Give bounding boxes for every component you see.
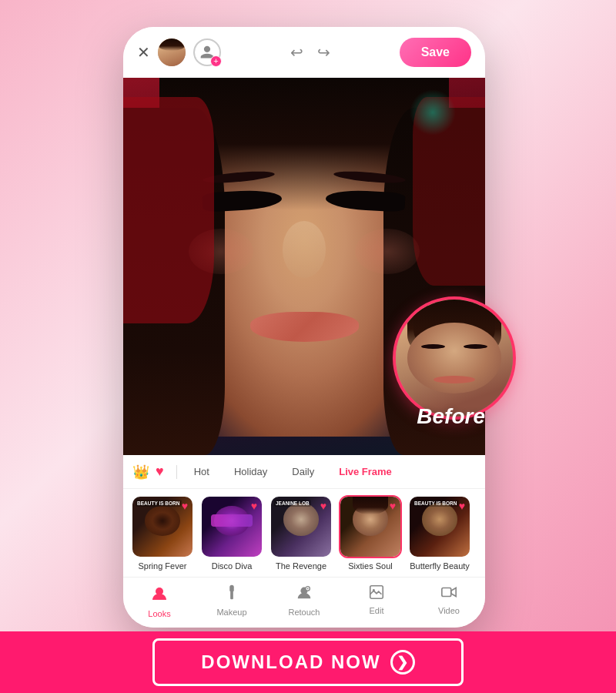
- save-button[interactable]: Save: [400, 38, 471, 67]
- nav-video-label: Video: [438, 606, 460, 615]
- filter-badge-spring: BEAUTY IS BORN: [136, 500, 182, 507]
- redo-button[interactable]: ↪: [317, 43, 330, 62]
- filter-heart-butterfly: ♥: [459, 500, 465, 512]
- close-button[interactable]: ✕: [137, 43, 150, 62]
- filter-heart-spring: ♥: [182, 500, 188, 512]
- filter-badge-butterfly: BEAUTY IS BORN: [413, 500, 459, 507]
- bokeh-teal: [410, 89, 456, 136]
- filter-thumb-sixties: ♥: [339, 495, 402, 558]
- filter-thumb-disco: ♥: [200, 495, 263, 558]
- download-section[interactable]: DOWNLOAD NOW ❯: [0, 631, 616, 693]
- filter-sixties-soul[interactable]: ♥ Sixties Soul: [339, 495, 402, 571]
- crown-tab[interactable]: 👑: [132, 464, 149, 480]
- filter-label-spring: Spring Fever: [131, 561, 194, 571]
- nav-looks-label: Looks: [148, 609, 170, 618]
- tab-divider: [176, 465, 177, 479]
- cheek-right: [355, 229, 420, 274]
- nose: [283, 221, 326, 278]
- filter-spring-fever[interactable]: BEAUTY IS BORN ♥ Spring Fever: [131, 495, 194, 571]
- nav-edit-label: Edit: [370, 606, 384, 615]
- filter-heart-sixties: ♥: [390, 500, 396, 512]
- filter-heart-revenge: ♥: [320, 500, 326, 512]
- tab-holiday[interactable]: Holiday: [223, 461, 278, 482]
- filter-the-revenge[interactable]: jeanine lob ♥ The Revenge: [270, 495, 333, 571]
- svg-rect-1: [229, 585, 234, 592]
- download-arrow-icon: ❯: [390, 650, 415, 675]
- looks-icon: [150, 584, 169, 607]
- nav-video[interactable]: Video: [413, 584, 485, 618]
- tab-daily[interactable]: Daily: [281, 461, 325, 482]
- filter-thumb-butterfly: BEAUTY IS BORN ♥: [408, 495, 471, 558]
- nav-edit[interactable]: Edit: [340, 584, 413, 618]
- nav-looks[interactable]: Looks: [123, 584, 196, 618]
- top-bar: ✕ + ↩ ↪ Save: [123, 27, 485, 78]
- filter-butterfly-beauty[interactable]: BEAUTY IS BORN ♥ Butterfly Beauty: [408, 495, 471, 571]
- filter-label-revenge: The Revenge: [270, 561, 333, 571]
- filter-items-row: BEAUTY IS BORN ♥ Spring Fever: [123, 489, 485, 577]
- top-bar-left: ✕ +: [137, 38, 221, 66]
- tab-hot[interactable]: Hot: [183, 461, 220, 482]
- svg-rect-7: [442, 588, 451, 597]
- filter-disco-diva[interactable]: ♥ Disco Diva: [200, 495, 263, 571]
- svg-point-6: [373, 589, 375, 591]
- filter-label-disco: Disco Diva: [200, 561, 263, 571]
- nav-makeup-label: Makeup: [216, 608, 246, 617]
- nav-makeup[interactable]: Makeup: [196, 584, 268, 618]
- filter-badge-revenge: jeanine lob: [274, 500, 311, 507]
- svg-rect-2: [230, 591, 233, 599]
- filter-thumb-spring: BEAUTY IS BORN ♥: [131, 495, 194, 558]
- filter-label-sixties: Sixties Soul: [339, 561, 402, 571]
- download-button[interactable]: DOWNLOAD NOW ❯: [152, 638, 463, 686]
- toolbar-arrows: ↩ ↪: [290, 43, 330, 62]
- retouch-icon: [296, 584, 313, 605]
- heart-tab[interactable]: ♥: [156, 464, 164, 480]
- before-bubble: [393, 296, 516, 420]
- tab-liveframe[interactable]: Live Frame: [328, 461, 403, 482]
- before-label: Before: [417, 404, 485, 429]
- add-person-button[interactable]: +: [193, 38, 221, 66]
- filter-thumb-revenge: jeanine lob ♥: [270, 495, 333, 558]
- lips: [250, 312, 359, 342]
- before-face: [396, 300, 513, 417]
- edit-icon: [368, 584, 385, 604]
- nav-retouch-label: Retouch: [289, 608, 320, 617]
- filter-heart-disco: ♥: [251, 500, 257, 512]
- video-icon: [440, 584, 457, 604]
- filter-tabs: 👑 ♥ Hot Holiday Daily Live Frame: [123, 455, 485, 577]
- avatar[interactable]: [158, 38, 186, 66]
- add-plus-icon: +: [210, 55, 222, 67]
- download-text: DOWNLOAD NOW: [201, 651, 380, 673]
- undo-button[interactable]: ↩: [290, 43, 303, 62]
- nav-retouch[interactable]: Retouch: [268, 584, 340, 618]
- filter-label-butterfly: Butterfly Beauty: [408, 561, 471, 571]
- tabs-row: 👑 ♥ Hot Holiday Daily Live Frame: [123, 455, 485, 489]
- makeup-icon: [223, 584, 240, 605]
- app-container: ✕ + ↩ ↪ Save: [123, 27, 493, 643]
- bg-red-left: [123, 97, 214, 323]
- bottom-nav: Looks Makeup: [123, 577, 485, 628]
